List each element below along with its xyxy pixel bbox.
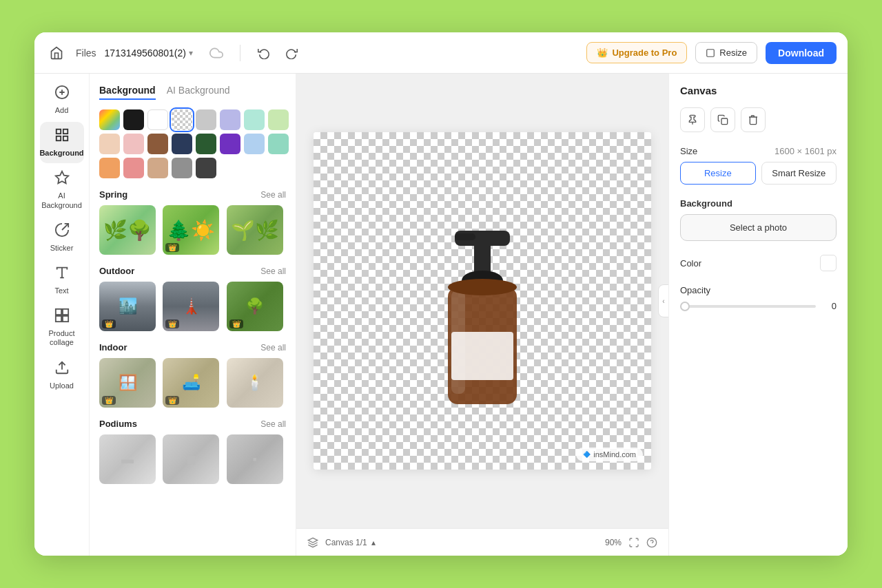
sticker-icon [54, 222, 70, 241]
tab-ai-background[interactable]: AI Background [167, 85, 230, 100]
color-swatch-tan[interactable] [147, 158, 168, 178]
opacity-handle[interactable] [680, 302, 690, 311]
size-section: Size 1600 × 1601 px Resize Smart Resize [680, 146, 837, 185]
opacity-slider[interactable] [680, 305, 816, 308]
podiums-see-all[interactable]: See all [260, 419, 286, 429]
color-swatch-orange[interactable] [99, 158, 120, 178]
spring-see-all[interactable]: See all [260, 190, 286, 200]
pin-tool-button[interactable] [680, 107, 705, 132]
indoor-photo-3[interactable]: 🕯️ [227, 358, 283, 408]
product-collage-icon [54, 308, 70, 326]
redo-button[interactable] [282, 43, 301, 63]
select-photo-button[interactable]: Select a photo [680, 214, 837, 241]
indoor-photo-1[interactable]: 🪟 👑 [99, 358, 156, 408]
color-swatch-dark-green[interactable] [196, 134, 216, 154]
question-icon[interactable] [646, 537, 657, 548]
sidebar-item-background[interactable]: Background [40, 122, 84, 163]
sidebar-item-sticker[interactable]: Sticker [40, 217, 84, 258]
outdoor-title: Outdoor [99, 266, 134, 276]
resize-default-button[interactable]: Resize [680, 162, 756, 185]
indoor-photo-2[interactable]: 🛋️ 👑 [163, 358, 219, 408]
svg-rect-14 [62, 316, 68, 322]
cloud-save-icon [207, 43, 226, 63]
outdoor-photo-2[interactable]: 🗼 👑 [163, 282, 219, 331]
background-icon [54, 127, 70, 146]
spring-photo-1[interactable]: 🌿🌳 [99, 205, 156, 255]
undo-button[interactable] [254, 43, 274, 63]
color-swatch-rainbow[interactable] [99, 109, 120, 130]
svg-point-23 [448, 279, 517, 295]
duplicate-tool-button[interactable] [710, 107, 735, 132]
color-swatch-mint[interactable] [244, 109, 265, 130]
layers-icon [307, 537, 318, 548]
page-info: Canvas 1/1 ▴ [325, 538, 376, 547]
sidebar-item-add[interactable]: Add [40, 79, 84, 120]
outdoor-photo-1[interactable]: 🏙️ 👑 [99, 282, 156, 331]
home-button[interactable] [45, 42, 68, 64]
resize-smart-button[interactable]: Smart Resize [761, 162, 837, 185]
divider [240, 45, 240, 61]
podiums-title: Podiums [99, 419, 137, 429]
spring-photo-2[interactable]: 🌲☀️ 👑 [163, 205, 219, 255]
color-swatch-navy[interactable] [172, 134, 192, 154]
chevron-up-icon: ▴ [371, 538, 376, 547]
resize-button[interactable]: Resize [695, 42, 757, 63]
sidebar-item-product-collage[interactable]: Product collage [40, 302, 84, 353]
upgrade-button[interactable]: 👑 Upgrade to Pro [586, 42, 687, 63]
svg-rect-18 [451, 332, 513, 380]
color-swatch-light-green[interactable] [268, 109, 289, 130]
color-swatch-rose[interactable] [123, 158, 144, 178]
upload-label: Upload [50, 381, 74, 390]
color-swatch-lavender[interactable] [220, 109, 240, 130]
background-label: Background [39, 149, 83, 158]
spring-photo-grid: 🌿🌳 🌲☀️ 👑 🌱🌿 [99, 205, 286, 255]
opacity-section: Opacity 0 [680, 285, 837, 311]
size-row: Size 1600 × 1601 px [680, 146, 837, 156]
color-swatch-peach[interactable] [99, 134, 120, 154]
outdoor-see-all[interactable]: See all [260, 266, 286, 276]
outdoor-photo-grid: 🏙️ 👑 🗼 👑 🌳 👑 [99, 282, 286, 331]
add-label: Add [55, 106, 69, 115]
app-body: Add Background AI Backg [34, 74, 848, 556]
color-swatch-transparent[interactable] [172, 109, 192, 130]
spring-photo-3[interactable]: 🌱🌿 [227, 205, 283, 255]
color-swatch-light-gray[interactable] [196, 109, 216, 130]
color-swatch-white[interactable] [147, 109, 168, 130]
podium-photo-1[interactable]: ▬ [99, 434, 156, 484]
download-button[interactable]: Download [766, 42, 837, 64]
collapse-panel-button[interactable]: ‹ [658, 284, 668, 317]
outdoor-photo-3[interactable]: 🌳 👑 [227, 282, 283, 331]
indoor-photo-grid: 🪟 👑 🛋️ 👑 🕯️ [99, 358, 286, 408]
outdoor-section-header: Outdoor See all [99, 266, 286, 276]
podiums-photo-grid: ▬ ◼ ▪ [99, 434, 286, 484]
color-swatch-light-pink[interactable] [123, 134, 144, 154]
files-link[interactable]: Files [76, 48, 96, 59]
opacity-row: 0 [680, 301, 837, 311]
color-picker-swatch[interactable] [820, 255, 837, 271]
indoor-see-all[interactable]: See all [260, 343, 286, 353]
color-swatch-black[interactable] [123, 109, 144, 130]
tab-background[interactable]: Background [99, 85, 156, 100]
sidebar-item-text[interactable]: Text [40, 260, 84, 301]
color-swatch-charcoal[interactable] [196, 158, 216, 178]
filename-display[interactable]: 1713149560801(2) ▾ [105, 48, 193, 59]
canvas-container: 🔷 insMind.com ‹ [296, 74, 668, 528]
fullscreen-icon[interactable] [628, 537, 639, 548]
delete-tool-button[interactable] [741, 107, 766, 132]
canvas-board[interactable]: 🔷 insMind.com [314, 132, 651, 470]
watermark: 🔷 insMind.com [576, 448, 643, 461]
color-swatch-sky-blue[interactable] [244, 134, 265, 154]
color-swatch-mid-gray[interactable] [172, 158, 192, 178]
size-label: Size [680, 146, 697, 156]
color-swatch-teal[interactable] [268, 134, 289, 154]
podium-photo-3[interactable]: ▪ [227, 434, 283, 484]
sidebar-item-ai-background[interactable]: AI Background [40, 165, 84, 215]
podium-photo-2[interactable]: ◼ [163, 434, 219, 484]
sidebar-item-upload[interactable]: Upload [40, 355, 84, 396]
upload-icon [54, 360, 70, 379]
ai-background-label: AI Background [41, 191, 82, 209]
right-panel: Canvas [668, 74, 848, 556]
opacity-value: 0 [823, 301, 837, 311]
color-swatch-purple[interactable] [220, 134, 240, 154]
color-swatch-brown[interactable] [147, 134, 168, 154]
